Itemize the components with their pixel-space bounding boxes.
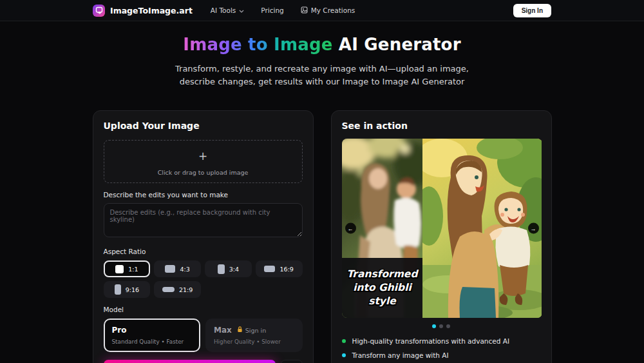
action-panel-title: See in action xyxy=(342,121,541,131)
chevron-down-icon xyxy=(239,6,244,14)
aspect-option-16-9[interactable]: 16:9 xyxy=(256,260,303,277)
main-nav: AI Tools Pricing My Creations xyxy=(211,6,355,15)
feature-item: High-quality transformations with advanc… xyxy=(342,337,541,345)
brand-name[interactable]: ImageToImage.art xyxy=(110,6,193,15)
ratio-21-9-icon xyxy=(162,287,175,292)
brand-logo[interactable] xyxy=(93,5,105,17)
image-refresh-icon xyxy=(95,5,103,17)
aspect-option-1-1[interactable]: 1:1 xyxy=(104,260,151,277)
upload-dropzone[interactable]: + Click or drag to upload image xyxy=(104,140,303,183)
sign-in-button[interactable]: Sign In xyxy=(513,4,551,17)
green-bullet-icon xyxy=(342,339,346,343)
generate-button[interactable]: Generate xyxy=(104,360,276,363)
see-in-action-panel: See in action xyxy=(331,110,552,363)
gallery-icon xyxy=(301,6,308,15)
dropzone-hint: Click or drag to upload image xyxy=(158,169,249,176)
hero-section: Image to Image AI Generator Transform, r… xyxy=(0,21,644,88)
page-title-gradient: Image to Image xyxy=(183,35,332,54)
model-option-max[interactable]: Max Sign in Higher Quality • Slower xyxy=(205,319,303,352)
carousel-dot-3[interactable] xyxy=(446,324,450,328)
model-group: Pro Standard Quality • Faster Max Sign i… xyxy=(104,319,303,352)
carousel-dot-1[interactable] xyxy=(432,324,436,328)
edits-textarea[interactable] xyxy=(104,203,303,237)
nav-ai-tools[interactable]: AI Tools xyxy=(211,6,244,14)
carousel-dots xyxy=(342,324,541,328)
aspect-option-21-9[interactable]: 21:9 xyxy=(154,281,201,298)
caption-overlay: Transformed into Ghibli style xyxy=(342,258,423,318)
page-subtitle: Transform, restyle, and recreate any ima… xyxy=(0,63,644,88)
ratio-16-9-icon xyxy=(264,266,275,272)
feature-item: Transform any image with AI xyxy=(342,351,541,359)
model-label: Model xyxy=(104,306,303,313)
ratio-3-4-icon xyxy=(218,264,225,274)
edits-label: Describe the edits you want to make xyxy=(104,191,303,199)
example-carousel: Transformed into Ghibli style ← → xyxy=(342,139,542,318)
carousel-prev-button[interactable]: ← xyxy=(345,223,356,234)
header: ImageToImage.art AI Tools Pricing xyxy=(0,0,644,21)
page-title-rest: AI Generator xyxy=(333,35,461,54)
aspect-option-4-3[interactable]: 4:3 xyxy=(154,260,201,277)
aspect-option-9-16[interactable]: 9:16 xyxy=(104,281,151,298)
aspect-ratio-label: Aspect Ratio xyxy=(104,248,303,255)
ratio-4-3-icon xyxy=(165,265,175,273)
cyan-bullet-icon xyxy=(342,353,346,357)
feature-list: High-quality transformations with advanc… xyxy=(342,337,541,363)
nav-pricing[interactable]: Pricing xyxy=(261,6,283,14)
model-option-pro[interactable]: Pro Standard Quality • Faster xyxy=(104,319,201,352)
ratio-9-16-icon xyxy=(115,284,121,295)
plus-icon: + xyxy=(198,151,207,162)
upload-panel: Upload Your Image + Click or drag to upl… xyxy=(93,110,314,363)
caption-text: Transformed into Ghibli style xyxy=(346,268,417,308)
refresh-button[interactable] xyxy=(281,360,303,363)
lock-icon xyxy=(237,326,243,334)
aspect-option-3-4[interactable]: 3:4 xyxy=(205,260,252,277)
page-title: Image to Image AI Generator xyxy=(0,35,644,54)
nav-my-creations[interactable]: My Creations xyxy=(301,6,355,15)
carousel-dot-2[interactable] xyxy=(439,324,443,328)
carousel-next-button[interactable]: → xyxy=(528,223,539,234)
after-image xyxy=(422,139,542,318)
aspect-ratio-group: 1:1 4:3 3:4 16:9 9:16 21:9 xyxy=(104,260,303,298)
ratio-1-1-icon xyxy=(115,265,124,273)
upload-panel-title: Upload Your Image xyxy=(104,121,303,131)
max-sign-in-chip[interactable]: Sign in xyxy=(237,326,266,334)
